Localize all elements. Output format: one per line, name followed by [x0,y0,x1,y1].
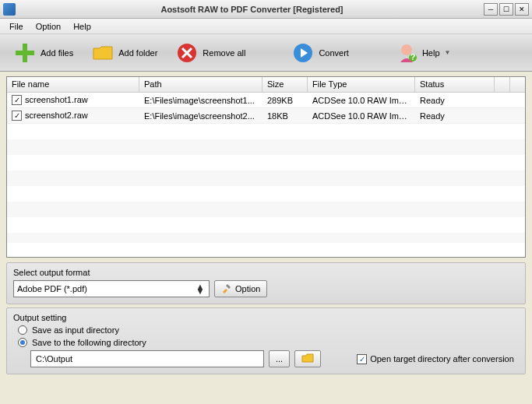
app-icon [3,3,16,16]
col-spacer [495,77,510,92]
add-folder-button[interactable]: Add folder [84,39,164,67]
folder-icon [90,40,115,65]
file-list: File name Path Size File Type Status ✓sc… [6,76,526,258]
toolbar: Add files Add folder Remove all Convert … [0,34,532,72]
cell-filetype: ACDSee 10.0 RAW Image [308,94,415,107]
menu-file[interactable]: File [3,20,30,33]
format-select[interactable]: Adobe PDF (*.pdf) ▲▼ [13,280,210,297]
add-files-button[interactable]: Add files [6,39,79,67]
output-format-group: Select output format Adobe PDF (*.pdf) ▲… [6,262,526,304]
titlebar: Aostsoft RAW to PDF Converter [Registere… [0,0,532,19]
cell-path: E:\Files\image\screenshot2... [139,110,262,122]
radio-following-label: Save to the following directory [32,338,146,347]
remove-icon [174,40,199,65]
menubar: File Option Help [0,19,532,34]
cell-path: E:\Files\image\screenshot1... [139,94,262,107]
col-filename[interactable]: File name [7,77,139,92]
cell-size: 18KB [262,110,308,122]
menu-option[interactable]: Option [30,20,67,33]
cell-size: 289KB [262,94,308,107]
add-files-label: Add files [41,48,73,58]
help-label: Help [422,48,440,58]
radio-input-dir[interactable] [18,325,27,335]
maximize-button[interactable]: ☐ [499,3,513,16]
output-group-label: Output setting [13,313,519,322]
open-target-checkbox[interactable]: ✓ [357,354,367,364]
cell-status: Ready [415,94,495,107]
window-title: Aostsoft RAW to PDF Converter [Registere… [20,5,484,14]
svg-rect-1 [16,51,34,55]
open-folder-button[interactable] [294,350,321,367]
format-option-button[interactable]: Option [214,280,267,297]
row-checkbox[interactable]: ✓ [12,95,22,105]
open-target-checkbox-row[interactable]: ✓ Open target directory after conversion [357,354,514,364]
chevron-down-icon: ▼ [445,49,451,56]
browse-label: ... [276,354,283,364]
tools-icon [221,283,232,295]
remove-all-label: Remove all [203,48,245,58]
table-header: File name Path Size File Type Status [7,77,525,93]
plus-icon [12,40,37,65]
format-group-label: Select output format [13,268,519,277]
add-folder-label: Add folder [118,48,157,58]
table-body: ✓screenshot1.raw E:\Files\image\screensh… [7,93,525,243]
folder-open-icon [301,353,314,365]
minimize-button[interactable]: ─ [484,3,498,16]
row-checkbox[interactable]: ✓ [12,111,22,121]
play-icon [291,40,315,65]
cell-status: Ready [415,110,495,122]
format-selected: Adobe PDF (*.pdf) [17,284,87,293]
convert-button[interactable]: Convert [284,39,355,67]
output-path-input[interactable]: C:\Output [30,350,264,367]
open-target-label: Open target directory after conversion [370,354,514,364]
radio-input-dir-row[interactable]: Save as input directory [18,325,519,335]
svg-text:?: ? [410,52,416,61]
browse-button[interactable]: ... [269,350,290,367]
table-row[interactable]: ✓screenshot2.raw E:\Files\image\screensh… [7,108,525,124]
table-row[interactable]: ✓screenshot1.raw E:\Files\image\screensh… [7,93,525,108]
col-filetype[interactable]: File Type [308,77,415,92]
col-status[interactable]: Status [415,77,495,92]
radio-following-row[interactable]: Save to the following directory [18,338,519,347]
col-path[interactable]: Path [139,77,262,92]
window-controls: ─ ☐ ✕ [484,3,529,16]
close-button[interactable]: ✕ [515,3,529,16]
stepper-icon: ▲▼ [195,284,206,293]
cell-filename: screenshot1.raw [25,95,88,104]
output-path-value: C:\Output [36,354,72,364]
radio-following-dir[interactable] [18,338,27,347]
option-label: Option [235,284,260,293]
menu-help[interactable]: Help [67,20,97,33]
output-setting-group: Output setting Save as input directory S… [6,307,526,374]
help-icon: ? [394,40,419,65]
cell-filename: screenshot2.raw [25,111,88,120]
cell-filetype: ACDSee 10.0 RAW Image [308,110,415,122]
radio-input-dir-label: Save as input directory [32,325,119,335]
help-button[interactable]: ? Help ▼ [388,39,457,67]
remove-all-button[interactable]: Remove all [168,39,252,67]
convert-label: Convert [319,48,349,58]
col-size[interactable]: Size [262,77,308,92]
